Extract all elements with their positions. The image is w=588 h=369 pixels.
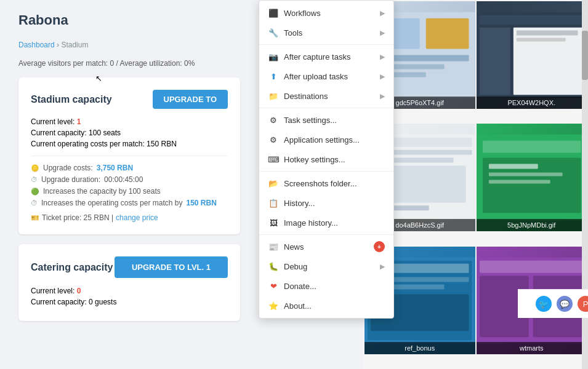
scroll-thumb[interactable]: [582, 31, 588, 80]
debug-arrow: ▶: [380, 263, 385, 271]
menu-item-news[interactable]: 📰 News +: [259, 237, 393, 256]
svg-rect-10: [516, 31, 578, 36]
breadcrumb-current: Stadium: [61, 41, 88, 49]
current-level-value: 1: [77, 117, 81, 126]
workflows-arrow: ▶: [380, 9, 385, 17]
thumb-4-label: 5bgJNpMDbi.gif: [477, 219, 587, 231]
screenshots-folder-label: Screenshots folder...: [284, 179, 357, 188]
catering-level-value: 0: [77, 287, 81, 295]
menu-item-after-capture[interactable]: 📷 After capture tasks ▶: [259, 47, 393, 66]
svg-rect-23: [488, 180, 550, 184]
menu-item-history[interactable]: 📋 History...: [259, 193, 393, 213]
upgrade-costs-label: Upgrade costs:: [43, 164, 93, 172]
workflows-label: Workflows: [284, 9, 321, 18]
task-settings-label: Task settings...: [284, 116, 337, 125]
menu-item-task-settings[interactable]: ⚙ Task settings...: [259, 110, 393, 130]
menu-item-screenshots-folder[interactable]: 📂 Screenshots folder...: [259, 173, 393, 193]
menu-item-application-settings[interactable]: ⚙ Application settings...: [259, 130, 393, 149]
catering-capacity-label: Current capacity:: [31, 298, 87, 306]
thumb-screen-4: [477, 124, 587, 231]
operating-costs-label: Current operating costs per match:: [31, 140, 145, 148]
svg-rect-7: [479, 15, 584, 25]
donate-icon: ❤: [268, 280, 279, 292]
thumb-5-label: ref_bonus: [364, 342, 475, 354]
menu-item-image-history[interactable]: 🖼 Image history...: [259, 213, 393, 232]
hotkey-settings-label: Hotkey settings...: [284, 155, 345, 164]
menu-item-about[interactable]: ⭐ About...: [259, 296, 393, 315]
breadcrumb-parent[interactable]: Dashboard: [18, 41, 55, 49]
debug-label: Debug: [284, 262, 307, 271]
svg-rect-31: [479, 260, 584, 272]
tools-label: Tools: [284, 28, 302, 38]
thumbnail-2[interactable]: PEX04W2HQX.: [477, 1, 587, 109]
social-bar: 🐦 💬 P ₿ ⚙: [518, 289, 588, 318]
image-history-label: Image history...: [284, 218, 338, 228]
catering-upgrade-button[interactable]: UPGRADE TO LVL. 1: [115, 256, 228, 278]
svg-rect-9: [513, 28, 584, 95]
catering-card-header: Catering capacity UPGRADE TO LVL. 1: [31, 256, 228, 278]
clock-icon: ⏱: [31, 176, 38, 183]
card-divider: [31, 156, 228, 156]
donate-label: Donate...: [284, 282, 316, 291]
menu-item-after-upload[interactable]: ⬆ After upload tasks ▶: [259, 66, 393, 86]
menu-item-workflows[interactable]: ⬛ Workflows ▶: [259, 3, 393, 23]
catering-capacity-value: 0 guests: [89, 298, 116, 306]
destinations-icon: 📁: [268, 90, 279, 101]
tools-arrow: ▶: [380, 29, 385, 37]
svg-rect-11: [516, 38, 565, 42]
svg-rect-21: [488, 164, 538, 169]
upgrade-costs-row: 🪙 Upgrade costs: 3,750 RBN: [31, 164, 228, 172]
twitter-icon[interactable]: 🐦: [536, 296, 552, 312]
change-price-link[interactable]: change price: [116, 213, 158, 222]
upgrade-costs-value: 3,750 RBN: [97, 164, 133, 172]
separator-4: [259, 234, 393, 235]
image-history-icon: 🖼: [268, 217, 279, 228]
capacity-icon: 🟢: [31, 188, 39, 196]
after-capture-icon: 📷: [268, 51, 279, 62]
after-upload-icon: ⬆: [268, 71, 279, 82]
costs-increase-label: Increases the operating costs per match …: [41, 199, 182, 207]
destinations-label: Destinations: [284, 92, 328, 101]
current-capacity-label: Current capacity:: [31, 129, 87, 137]
menu-item-tools[interactable]: 🔧 Tools ▶: [259, 23, 393, 42]
capacity-increase-row: 🟢 Increases the capacity by 100 seats: [31, 187, 228, 196]
after-capture-label: After capture tasks: [284, 52, 350, 62]
patreon-icon[interactable]: P: [578, 296, 588, 312]
menu-item-hotkey-settings[interactable]: ⌨ Hotkey settings...: [259, 149, 393, 169]
menu-item-donate[interactable]: ❤ Donate...: [259, 276, 393, 296]
thumb-screen-2: [477, 1, 587, 109]
catering-level-label: Current level:: [31, 287, 75, 295]
after-capture-arrow: ▶: [380, 53, 385, 61]
costs-increase-row: ⏱ Increases the operating costs per matc…: [31, 199, 228, 207]
stadium-upgrade-button[interactable]: UPGRADE TO: [153, 90, 228, 109]
operating-costs-row: Current operating costs per match: 150 R…: [31, 140, 228, 148]
destinations-arrow: ▶: [380, 92, 385, 100]
history-label: History...: [284, 199, 315, 208]
separator-1: [259, 44, 393, 45]
capacity-increase-label: Increases the capacity by 100 seats: [43, 187, 161, 196]
ticket-icon: 🎫: [31, 214, 39, 222]
ticket-label: Ticket price: 25 RBN |: [42, 213, 113, 222]
menu-item-destinations[interactable]: 📁 Destinations ▶: [259, 86, 393, 106]
separator-3: [259, 171, 393, 172]
about-label: About...: [284, 301, 312, 311]
menu-item-debug[interactable]: 🐛 Debug ▶: [259, 256, 393, 276]
stats-line: Average visitors per match: 0 / Average …: [18, 59, 240, 68]
after-upload-arrow: ▶: [380, 73, 385, 81]
thumbnail-4[interactable]: 5bgJNpMDbi.gif: [477, 124, 587, 231]
news-icon: 📰: [268, 241, 279, 252]
current-capacity-value: 100 seats: [89, 129, 121, 137]
history-icon: 📋: [268, 197, 279, 208]
ticket-row: 🎫 Ticket price: 25 RBN | change price: [31, 213, 228, 222]
operating-costs-value: 150 RBN: [147, 140, 177, 148]
tools-icon: 🔧: [268, 27, 279, 38]
upgrade-duration-row: ⏱ Upgrade duration: 00:00:45:00: [31, 175, 228, 184]
hotkey-icon: ⌨: [268, 154, 279, 165]
thumb-2-label: PEX04W2HQX.: [477, 97, 587, 109]
discord-icon[interactable]: 💬: [557, 296, 573, 312]
workflows-icon: ⬛: [268, 7, 279, 18]
svg-rect-22: [488, 173, 562, 177]
separator-2: [259, 108, 393, 108]
current-capacity-row: Current capacity: 100 seats: [31, 129, 228, 137]
context-menu: ⬛ Workflows ▶ 🔧 Tools ▶ 📷 After capture …: [259, 0, 394, 319]
